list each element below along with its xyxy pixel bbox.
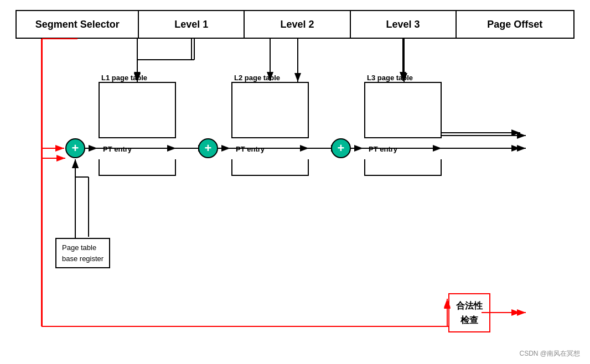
l3-table-label: L3 page table <box>367 74 413 82</box>
header-level2: Level 2 <box>245 11 350 38</box>
l3-page-table-box <box>364 82 442 176</box>
diagram: Segment Selector Level 1 Level 2 Level 3… <box>0 0 590 364</box>
header-segment-selector: Segment Selector <box>17 11 139 38</box>
l2-page-table-box <box>231 82 309 176</box>
adder-1: + <box>65 138 85 158</box>
l1-table-label: L1 page table <box>101 74 147 82</box>
svg-clean <box>0 0 590 364</box>
base-register-box: Page table base register <box>55 238 110 268</box>
legality-box: 合法性 检查 <box>448 293 490 332</box>
l2-pt-entry: PT entry <box>231 137 309 159</box>
svg-arrows <box>0 0 590 364</box>
l3-pt-entry: PT entry <box>364 137 442 159</box>
adder-3: + <box>331 138 351 158</box>
adder-2: + <box>198 138 218 158</box>
header-level3: Level 3 <box>351 11 457 38</box>
watermark: CSDN @南风在冥想 <box>519 349 580 358</box>
header-bar: Segment Selector Level 1 Level 2 Level 3… <box>15 10 575 39</box>
l1-pt-entry: PT entry <box>99 137 176 159</box>
header-level1: Level 1 <box>139 11 245 38</box>
l1-page-table-box <box>99 82 176 176</box>
l2-table-label: L2 page table <box>234 74 280 82</box>
header-page-offset: Page Offset <box>457 11 573 38</box>
